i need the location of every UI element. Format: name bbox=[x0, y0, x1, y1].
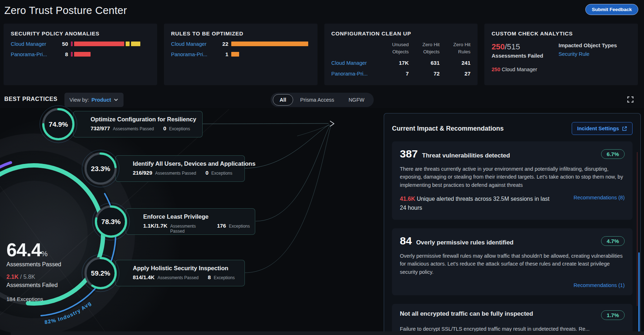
recommendations-link[interactable]: Recommendations (8) bbox=[573, 195, 625, 200]
device-link[interactable]: Cloud Manager bbox=[11, 41, 53, 47]
rules-row: Cloud Manager 22 bbox=[171, 41, 310, 47]
practice-percent: 74.9% bbox=[49, 121, 68, 128]
impacted-object-types-label: Impacted Object Types bbox=[558, 42, 617, 48]
rules-bar bbox=[231, 42, 310, 46]
card-custom-check-analytics: CUSTOM CHECK ANALYTICS 250/515 Assessmen… bbox=[484, 24, 638, 85]
card-title: RULES TO BE OPTIMIZED bbox=[171, 30, 310, 37]
tab-all[interactable]: All bbox=[273, 94, 293, 106]
practice-card-optimize-configuration[interactable]: Optimize Configuration for Resiliency 73… bbox=[73, 111, 203, 137]
practice-stats: 1.1K/1.7KAssessments Passed 176Exception… bbox=[143, 223, 250, 234]
assessments-failed-ratio: 2.1K / 5.8K bbox=[6, 274, 82, 280]
column-header: Unused Objects bbox=[381, 41, 409, 55]
practice-stats: 216/929Assessments Passed 0Exceptions bbox=[133, 170, 239, 176]
recommendation-body: Overly permissive firewall rules may all… bbox=[400, 252, 625, 276]
practice-title: Identify All Users, Devices and Applicat… bbox=[133, 160, 239, 167]
app-header: Zero Trust Posture Center Submit Feedbac… bbox=[0, 0, 644, 22]
zero-trust-posture-center: Zero Trust Posture Center Submit Feedbac… bbox=[0, 0, 644, 335]
view-by-value: Product bbox=[92, 97, 111, 103]
assessments-passed-percent: 64.4% bbox=[6, 241, 82, 259]
card-security-policy-anomalies: SECURITY POLICY ANOMALIES Cloud Manager … bbox=[4, 24, 157, 85]
practice-progress-ring: 23.3% bbox=[81, 149, 120, 188]
product-tabs: All Prisma Access NGFW bbox=[271, 93, 374, 107]
device-link[interactable]: Panorama-Pri... bbox=[171, 52, 213, 57]
practice-percent: 59.2% bbox=[91, 270, 110, 277]
table-cell: 7 bbox=[381, 71, 409, 77]
anomaly-count: 50 bbox=[56, 41, 68, 47]
fullscreen-icon[interactable] bbox=[626, 96, 634, 103]
practice-progress-ring: 74.9% bbox=[39, 105, 78, 144]
practice-title: Enforce Least Privilege bbox=[143, 213, 250, 220]
impact-recommendations-panel: Current Impact & Recommendations Inciden… bbox=[384, 113, 641, 335]
practice-percent: 23.3% bbox=[91, 165, 110, 173]
tab-prisma-access[interactable]: Prisma Access bbox=[293, 94, 342, 106]
tab-ngfw[interactable]: NGFW bbox=[342, 94, 372, 106]
practice-progress-ring: 78.3% bbox=[91, 202, 131, 241]
table-cell: 241 bbox=[442, 60, 470, 66]
exceptions-label: 184 Exceptions bbox=[6, 296, 82, 302]
column-header: Zero Hit Objects bbox=[412, 41, 440, 55]
practice-stats: 814/1.4KAssessments Passed 8Exceptions bbox=[133, 274, 239, 280]
best-practices-toolbar: BEST PRACTICES View by: Product All Pris… bbox=[0, 92, 644, 108]
practice-card-least-privilege[interactable]: Enforce Least Privilege 1.1K/1.7KAssessm… bbox=[126, 208, 255, 235]
practice-title: Apply Holistic Security Inspection bbox=[133, 265, 239, 272]
rules-bar bbox=[231, 52, 310, 57]
overall-gauge: 64.4% Assessments Passed 2.1K / 5.8K Ass… bbox=[6, 241, 82, 302]
device-link[interactable]: Panorama-Pri... bbox=[11, 52, 53, 57]
view-by-label: View by: bbox=[69, 97, 89, 103]
bottom-window-strip bbox=[11, 331, 644, 335]
device-link[interactable]: Panorama-Pri... bbox=[331, 71, 378, 77]
assessments-failed-ratio: 250/515 bbox=[492, 42, 554, 52]
summary-cards-row: SECURITY POLICY ANOMALIES Cloud Manager … bbox=[4, 24, 638, 85]
recommendation-title: Threat vulnerabilities detected bbox=[422, 152, 510, 159]
practice-title: Optimize Configuration for Resiliency bbox=[91, 116, 197, 123]
table-cell: 17K bbox=[381, 60, 409, 66]
threat-stat: 41.6K Unique alerted threats across 32.5… bbox=[400, 195, 553, 213]
submit-feedback-button[interactable]: Submit Feedback bbox=[585, 4, 638, 15]
recommendation-card-threats: 387 Threat vulnerabilities detected 6.7%… bbox=[392, 141, 633, 220]
threat-count: 387 bbox=[400, 148, 418, 160]
device-link[interactable]: Cloud Manager bbox=[331, 60, 378, 66]
anomaly-row: Cloud Manager 50 bbox=[11, 41, 150, 47]
recommendation-body: There are threats currently active in yo… bbox=[400, 165, 625, 189]
practice-progress-ring: 59.2% bbox=[81, 253, 120, 293]
table-cell: 72 bbox=[412, 71, 440, 77]
incident-settings-button[interactable]: Incident Settings bbox=[572, 122, 633, 135]
chevron-down-icon bbox=[113, 97, 118, 102]
practice-percent: 78.3% bbox=[101, 218, 121, 225]
external-link-icon bbox=[622, 126, 627, 131]
anomaly-bar bbox=[71, 52, 150, 57]
recommendation-title: Overly permissive rules identified bbox=[416, 239, 513, 246]
incident-settings-label: Incident Settings bbox=[577, 126, 619, 131]
cleanup-table: Unused Objects Zero Hit Objects Zero Hit… bbox=[331, 41, 471, 77]
card-title: CUSTOM CHECK ANALYTICS bbox=[492, 30, 631, 37]
anomaly-row: Panorama-Pri... 8 bbox=[11, 51, 150, 57]
card-title: SECURITY POLICY ANOMALIES bbox=[11, 30, 150, 37]
impact-percent-badge: 1.7% bbox=[601, 310, 625, 320]
table-cell: 27 bbox=[442, 71, 470, 77]
rules-count: 22 bbox=[216, 41, 228, 47]
practice-card-holistic-inspection[interactable]: Apply Holistic Security Inspection 814/1… bbox=[115, 260, 245, 286]
impact-percent-badge: 4.7% bbox=[601, 236, 625, 246]
card-configuration-clean-up: CONFIGURATION CLEAN UP Unused Objects Ze… bbox=[324, 24, 478, 85]
anomaly-bar bbox=[71, 42, 150, 46]
best-practices-heading: BEST PRACTICES bbox=[4, 96, 58, 102]
security-rule-link[interactable]: Security Rule bbox=[558, 51, 617, 57]
panel-title: Current Impact & Recommendations bbox=[392, 125, 504, 132]
practice-card-identify-users[interactable]: Identify All Users, Devices and Applicat… bbox=[115, 155, 245, 182]
recommendation-card-permissive-rules: 84 Overly permissive rules identified 4.… bbox=[392, 228, 633, 295]
page-title: Zero Trust Posture Center bbox=[4, 5, 127, 16]
table-cell: 631 bbox=[412, 60, 440, 66]
device-link[interactable]: Cloud Manager bbox=[171, 41, 213, 47]
panel-scrollbar[interactable] bbox=[638, 252, 640, 335]
card-rules-to-be-optimized: RULES TO BE OPTIMIZED Cloud Manager 22 P… bbox=[164, 24, 318, 85]
view-by-dropdown[interactable]: View by: Product bbox=[64, 93, 124, 107]
recommendations-link[interactable]: Recommendations (1) bbox=[400, 282, 625, 288]
impact-percent-badge: 6.7% bbox=[601, 149, 625, 159]
rules-row: Panorama-Pri... 1 bbox=[171, 51, 310, 57]
column-header: Zero Hit Rules bbox=[442, 41, 470, 55]
assessments-failed-label: Assessments Failed bbox=[492, 53, 554, 59]
rule-count: 84 bbox=[400, 235, 412, 247]
assessments-passed-label: Assessments Passed bbox=[6, 261, 82, 268]
rules-count: 1 bbox=[216, 51, 228, 57]
failed-breakdown: 250 Cloud Manager bbox=[492, 67, 554, 72]
